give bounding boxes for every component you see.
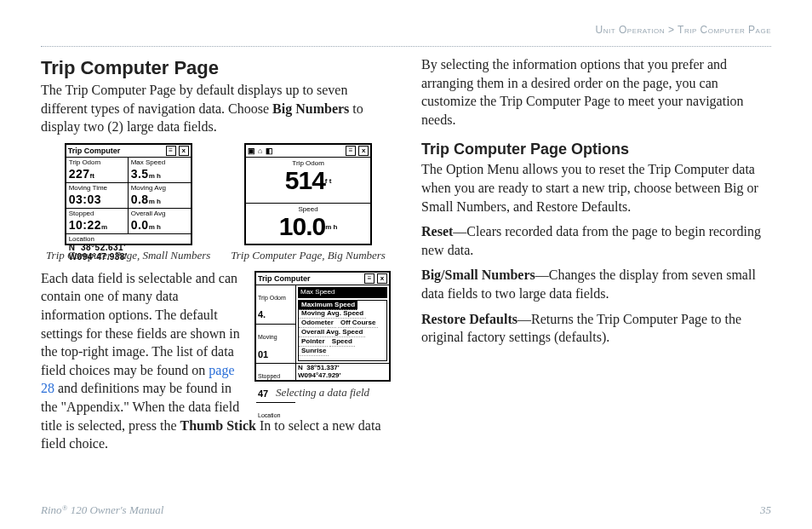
device-small-title: Trip Computer xyxy=(68,147,166,155)
field-label: Moving Avg xyxy=(131,184,188,192)
big-field-trip-odom: Trip Odom 514 f t xyxy=(246,158,370,204)
left-column: Trip Computer Page The Trip Computer Pag… xyxy=(41,54,391,460)
figure-row: Trip Computer ≡ х Trip Odom 227ft xyxy=(41,143,391,262)
device-big-icons: ≡ х xyxy=(346,146,369,156)
intro-bold: Big Numbers xyxy=(272,101,349,116)
option-reset: Reset—Clears recorded data from the page… xyxy=(421,222,771,259)
manual-page: Unit Operation > Trip Computer Page Trip… xyxy=(0,0,812,529)
field-label: Moving xyxy=(258,334,277,340)
device-small: Trip Computer ≡ х Trip Odom 227ft xyxy=(65,143,192,245)
field-value: 227 xyxy=(69,167,90,181)
page-footer: Rino® 120 Owner's Manual 35 xyxy=(41,503,771,517)
big-field-speed: Speed 10.0 m h xyxy=(246,204,370,244)
option-restore: Restore Defaults—Returns the Trip Comput… xyxy=(421,310,771,347)
para2: Trip Computer ≡ х Trip Odom 4. xyxy=(41,269,391,453)
field-label: Trip Odom xyxy=(258,295,286,301)
right-column: By selecting the information options tha… xyxy=(421,54,771,460)
field-label: Location xyxy=(69,235,188,243)
device-big-titlebar: ▣ ⌂ ◧ ≡ х xyxy=(246,145,370,158)
field-value: 4. xyxy=(258,309,266,319)
field-trip-odom: Trip Odom 227ft xyxy=(66,158,129,183)
field-value: 01 xyxy=(258,349,268,359)
field-unit: m h xyxy=(149,198,161,205)
intro-paragraph: The Trip Computer Page by default displa… xyxy=(41,81,391,136)
sel-item: Pointer xyxy=(299,336,328,347)
breadcrumb-page: Trip Computer Page xyxy=(678,24,771,36)
option-label: Reset xyxy=(421,224,453,239)
field-overall-avg: Overall Avg 0.0m h xyxy=(129,209,191,234)
device-small-icons: ≡ х xyxy=(166,146,189,156)
sel-left-column: Trip Odom 4. Moving 01 Stopped 47 xyxy=(256,285,296,381)
status-icon: ▣ xyxy=(248,147,255,155)
field-value: 0.8 xyxy=(131,193,149,206)
field-label: Stopped xyxy=(69,210,125,217)
sel-highlight: Max Speed xyxy=(298,287,387,298)
sel-location: N 38°51.337' W094°47.929' xyxy=(296,363,389,381)
field-unit: m h xyxy=(325,223,337,231)
field-label: Overall Avg xyxy=(131,210,188,217)
figure-big-numbers: ▣ ⌂ ◧ ≡ х Trip Odom xyxy=(231,143,386,262)
sel-item: Sunrise xyxy=(299,346,329,356)
field-value: 3.5 xyxy=(131,167,149,181)
options-heading: Trip Computer Page Options xyxy=(421,141,771,158)
close-icon: х xyxy=(179,146,189,156)
figure-small-numbers: Trip Computer ≡ х Trip Odom 227ft xyxy=(46,143,210,262)
options-intro: The Option Menu allows you to reset the … xyxy=(421,160,771,216)
field-value: 0.0 xyxy=(131,218,149,232)
footer-manual: Rino® 120 Owner's Manual xyxy=(41,503,163,517)
breadcrumb: Unit Operation > Trip Computer Page xyxy=(41,24,771,36)
device-big-status-icons: ▣ ⌂ ◧ xyxy=(248,147,346,155)
footer-page-number: 35 xyxy=(760,503,771,517)
sel-right-column: Max Speed Maximum Speed Moving Avg. Spee… xyxy=(296,285,389,381)
figure-selecting: Trip Computer ≡ х Trip Odom 4. xyxy=(254,271,391,400)
header-divider xyxy=(41,46,771,47)
mini-moving: Moving 01 xyxy=(256,325,295,364)
page-title: Trip Computer Page xyxy=(41,57,391,79)
close-icon: х xyxy=(358,146,369,156)
field-label: Max Speed xyxy=(131,158,188,166)
field-label: Stopped xyxy=(258,373,280,379)
caption-big: Trip Computer Page, Big Numbers xyxy=(231,249,386,262)
field-unit: m h xyxy=(149,223,161,231)
caption-small: Trip Computer Page, Small Numbers xyxy=(46,249,210,262)
sel-item: Speed xyxy=(329,336,355,347)
field-value: 10:22 xyxy=(69,218,101,232)
breadcrumb-sep: > xyxy=(665,24,678,36)
option-label: Big/Small Numbers xyxy=(421,267,535,282)
breadcrumb-section: Unit Operation xyxy=(596,24,666,36)
device-small-titlebar: Trip Computer ≡ х xyxy=(66,145,191,158)
sel-menu: Maximum Speed Moving Avg. Speed Odometer… xyxy=(298,300,387,362)
mini-trip-odom: Trip Odom 4. xyxy=(256,285,295,325)
field-value: 03:03 xyxy=(69,193,101,206)
para2-text-a: Each data field is selectable and can co… xyxy=(41,271,240,377)
option-text: —Clears recorded data from the page to b… xyxy=(421,224,761,257)
field-unit: m xyxy=(101,223,107,231)
device-big-display: Trip Odom 514 f t Speed 10.0 m xyxy=(246,158,370,244)
menu-icon: ≡ xyxy=(166,146,176,156)
field-unit: ft xyxy=(90,172,94,180)
content-columns: Trip Computer Page The Trip Computer Pag… xyxy=(41,54,771,460)
option-bigsmall: Big/Small Numbers—Changes the display fr… xyxy=(421,266,771,302)
field-label: Moving Time xyxy=(69,184,125,192)
device-selecting-icons: ≡ х xyxy=(364,273,387,284)
close-icon: х xyxy=(377,273,387,284)
device-selecting-titlebar: Trip Computer ≡ х xyxy=(256,273,389,285)
device-big: ▣ ⌂ ◧ ≡ х Trip Odom xyxy=(244,143,372,245)
right-intro: By selecting the information options tha… xyxy=(421,55,771,129)
menu-icon: ≡ xyxy=(346,146,356,156)
caption-selecting: Selecting a data field xyxy=(254,385,391,400)
status-icon: ⌂ xyxy=(258,147,262,155)
device-selecting-title: Trip Computer xyxy=(258,273,364,284)
field-max-speed: Max Speed 3.5m h xyxy=(129,158,191,183)
device-selecting: Trip Computer ≡ х Trip Odom 4. xyxy=(254,271,391,382)
field-value: 514 xyxy=(285,169,325,192)
footer-manual-name: Rino xyxy=(41,503,62,516)
field-stopped: Stopped 10:22m xyxy=(66,209,129,234)
option-label: Restore Defaults xyxy=(421,312,518,326)
status-icon: ◧ xyxy=(266,147,273,155)
menu-icon: ≡ xyxy=(364,273,375,284)
field-moving-time: Moving Time 03:03 xyxy=(66,183,129,209)
field-value: 47 xyxy=(258,388,268,399)
para2-bold: Thumb Stick xyxy=(180,418,256,433)
field-unit: f t xyxy=(325,177,332,185)
